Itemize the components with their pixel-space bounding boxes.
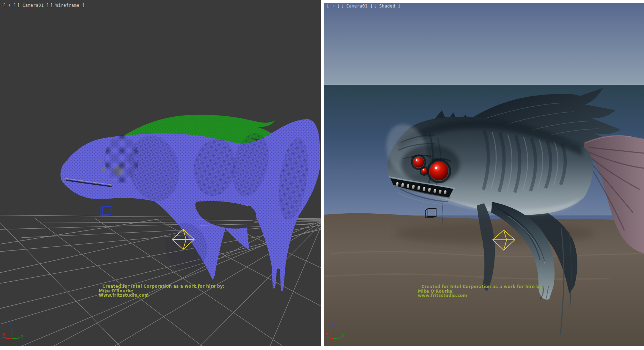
viewport-divider: [321, 0, 324, 350]
viewport-menu-camera[interactable]: [ Camera01 ]: [17, 3, 49, 8]
viewport-label-shaded: [ + ] [ Camera01 ] [ Shaded ]: [327, 4, 400, 9]
axis-z-label: z: [331, 322, 333, 327]
sky: [324, 3, 644, 85]
viewport-menu-overlays[interactable]: [ + ]: [3, 3, 16, 8]
eye-small: [421, 168, 427, 174]
axis-y-label: y: [342, 333, 345, 337]
eye-medium: [413, 157, 424, 167]
axis-z-label: Z: [9, 323, 12, 327]
viewport-menu-shading[interactable]: [ Wireframe ]: [50, 3, 85, 8]
viewport-menu-shading[interactable]: [ Shaded ]: [374, 4, 400, 9]
viewport-menu-camera[interactable]: [ Camera01 ]: [341, 4, 373, 9]
dummy-helper-box[interactable]: [100, 206, 111, 215]
viewport-menu-overlays[interactable]: [ + ]: [327, 4, 340, 9]
watermark-line3: Www.fritzstudio.com: [99, 293, 225, 298]
axis-x-label: x: [326, 332, 328, 336]
artist-watermark: Created for Intel Corporation as a work …: [418, 285, 544, 298]
artist-watermark: Created for Intel Corporation as a work …: [99, 284, 225, 298]
eye-large: [430, 162, 448, 180]
world-axis-tripod: Z X y: [3, 323, 24, 339]
viewport-shaded[interactable]: z x y [ + ] [ Camera01 ] [ Shaded ] Crea…: [324, 3, 644, 346]
creature-wireframe-model[interactable]: [60, 115, 320, 291]
viewport-wireframe[interactable]: Z X y [ + ] [ Camera01 ] [ Wireframe ] C…: [0, 0, 321, 346]
watermark-line3: www.fritzstudio.com: [418, 293, 544, 298]
axis-y-label: y: [21, 333, 24, 337]
axis-x-label: X: [3, 332, 6, 336]
viewport-split-canvas: Z X y [ + ] [ Camera01 ] [ Wireframe ] C…: [0, 0, 644, 350]
watermark-line1: Created for Intel Corporation as a work …: [418, 285, 544, 289]
viewport-label-wireframe: [ + ] [ Camera01 ] [ Wireframe ]: [3, 3, 85, 8]
watermark-line1: Created for Intel Corporation as a work …: [99, 284, 225, 289]
